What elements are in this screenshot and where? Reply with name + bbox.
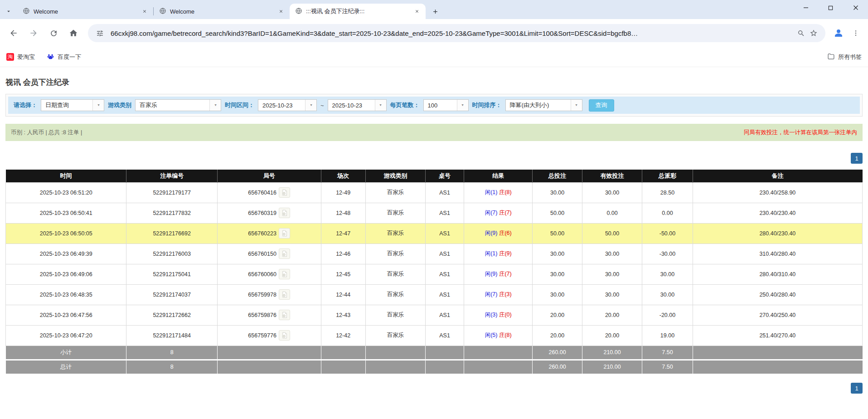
tab-welcome-2[interactable]: Welcome — [154, 4, 290, 19]
filter-select-label: 请选择： — [14, 101, 37, 109]
cell-session: 12-46 — [321, 244, 365, 264]
cell-payout: 0.00 — [642, 203, 693, 223]
cell-table-no: AS1 — [426, 244, 464, 264]
cell-total-bet[interactable]: 50.00 — [533, 203, 582, 223]
menu-dots-icon[interactable] — [848, 25, 863, 41]
video-replay-button[interactable] — [279, 228, 290, 239]
round-number: 656760416 — [248, 190, 276, 196]
game-kind-select[interactable]: 百家乐 — [135, 99, 221, 111]
cell-payout: -30.00 — [642, 244, 693, 264]
cell-total-bet[interactable]: 30.00 — [533, 244, 582, 264]
cell-valid-bet: 20.00 — [582, 305, 642, 325]
cell-total-bet[interactable]: 50.00 — [533, 223, 582, 244]
query-type-select[interactable]: 日期查询 — [41, 99, 104, 111]
tab-welcome-1[interactable]: Welcome — [17, 4, 153, 19]
url-bar[interactable]: 66cxkj98.com/game/betrecord_search/kind3… — [88, 24, 825, 42]
taobao-icon: 淘 — [6, 53, 14, 61]
tab-title: Welcome — [170, 8, 273, 15]
page-title: 视讯 会员下注纪录 — [5, 77, 863, 88]
site-info-icon[interactable] — [93, 27, 106, 39]
cell-total-bet[interactable]: 30.00 — [533, 284, 582, 305]
filter-panel: 请选择： 日期查询 游戏类别 百家乐 时间区间： 2025-10-23 ~ 20… — [5, 94, 863, 117]
total-label: 总计 — [6, 360, 126, 374]
page-1-button[interactable]: 1 — [851, 383, 863, 394]
summary-info-bar: 币别 : 人民币 | 总共 :8 注单 | 同局有效投注，统一计算在该局第一张注… — [5, 124, 863, 141]
close-icon[interactable] — [413, 7, 421, 15]
close-icon[interactable] — [141, 7, 149, 15]
folder-icon — [827, 53, 835, 62]
cell-game: 百家乐 — [365, 203, 425, 223]
cell-payout: 19.00 — [642, 325, 693, 346]
cell-total-bet[interactable]: 20.00 — [533, 325, 582, 346]
cell-game: 百家乐 — [365, 244, 425, 264]
cell-table-no: AS1 — [426, 203, 464, 223]
cell-valid-bet: 50.00 — [582, 223, 642, 244]
cell-table-no: AS1 — [426, 182, 464, 203]
all-bookmarks-button[interactable]: 所有书签 — [827, 53, 862, 62]
video-replay-button[interactable] — [279, 269, 290, 279]
forward-button[interactable] — [24, 24, 43, 42]
cell-round: 656759776 — [217, 325, 321, 346]
bookmark-taobao[interactable]: 淘 爱淘宝 — [6, 53, 35, 61]
video-replay-button[interactable] — [279, 310, 290, 320]
date-end-select[interactable]: 2025-10-23 — [328, 99, 387, 111]
maximize-button[interactable] — [818, 0, 843, 15]
date-start-select[interactable]: 2025-10-23 — [258, 99, 317, 111]
globe-icon — [23, 7, 30, 16]
tab-title: Welcome — [34, 8, 137, 15]
cell-total-bet[interactable]: 20.00 — [533, 305, 582, 325]
cell-payout: -50.00 — [642, 223, 693, 244]
result-banker: 庄(8) — [499, 332, 512, 338]
cell-time: 2025-10-23 06:50:41 — [6, 203, 126, 223]
close-window-button[interactable] — [843, 0, 868, 15]
sort-select[interactable]: 降冪(由大到小) — [505, 99, 582, 111]
cell-valid-bet: 30.00 — [582, 264, 642, 284]
minimize-button[interactable] — [793, 0, 818, 15]
video-replay-button[interactable] — [279, 330, 290, 341]
per-page-value: 100 — [424, 100, 457, 111]
column-header: 局号 — [217, 170, 321, 182]
page-1-button[interactable]: 1 — [851, 153, 863, 164]
back-button[interactable] — [5, 24, 23, 42]
date-start-value: 2025-10-23 — [258, 100, 305, 111]
video-replay-button[interactable] — [279, 248, 290, 259]
cell-table-no: AS1 — [426, 284, 464, 305]
bookmark-star-icon[interactable] — [807, 27, 820, 39]
table-row: 2025-10-23 06:49:39522912176003656760150… — [6, 244, 863, 264]
result-banker: 庄(8) — [499, 189, 512, 195]
table-row: 2025-10-23 06:50:05522912176692656760223… — [6, 223, 863, 244]
profile-avatar-icon[interactable] — [831, 25, 846, 41]
sort-value: 降冪(由大到小) — [506, 100, 571, 111]
subtotal-payout: 7.50 — [642, 346, 693, 360]
cell-total-bet[interactable]: 30.00 — [533, 264, 582, 284]
cell-time: 2025-10-23 06:49:39 — [6, 244, 126, 264]
result-banker: 庄(3) — [499, 291, 512, 297]
close-icon[interactable] — [277, 7, 285, 15]
cell-total-bet[interactable]: 30.00 — [533, 182, 582, 203]
chevron-down-icon — [305, 100, 316, 111]
baidu-paw-icon — [47, 53, 54, 62]
per-page-label: 每页笔数： — [390, 101, 420, 109]
reload-button[interactable] — [44, 24, 63, 42]
round-number: 656760150 — [248, 251, 276, 257]
bookmark-label: 爱淘宝 — [17, 53, 35, 61]
search-button[interactable]: 查询 — [589, 99, 614, 112]
home-button[interactable] — [64, 24, 82, 42]
video-replay-button[interactable] — [279, 208, 290, 218]
new-tab-button[interactable] — [428, 5, 442, 18]
result-banker: 庄(0) — [499, 312, 512, 318]
cell-time: 2025-10-23 06:47:56 — [6, 305, 126, 325]
cell-result: 闲(5) 庄(8) — [464, 325, 533, 346]
tab-search-chevron-icon[interactable] — [0, 4, 17, 19]
cell-table-no: AS1 — [426, 325, 464, 346]
per-page-select[interactable]: 100 — [423, 99, 469, 111]
tab-bet-records[interactable]: :::视讯 会员下注纪录::: — [290, 4, 426, 19]
zoom-icon[interactable] — [795, 27, 807, 39]
chevron-down-icon — [209, 100, 221, 111]
video-replay-button[interactable] — [279, 187, 290, 198]
bookmark-baidu[interactable]: 百度一下 — [47, 53, 81, 62]
chevron-down-icon — [571, 100, 582, 111]
cell-result: 闲(3) 庄(0) — [464, 305, 533, 325]
video-replay-button[interactable] — [279, 289, 290, 300]
date-separator: ~ — [320, 102, 324, 109]
